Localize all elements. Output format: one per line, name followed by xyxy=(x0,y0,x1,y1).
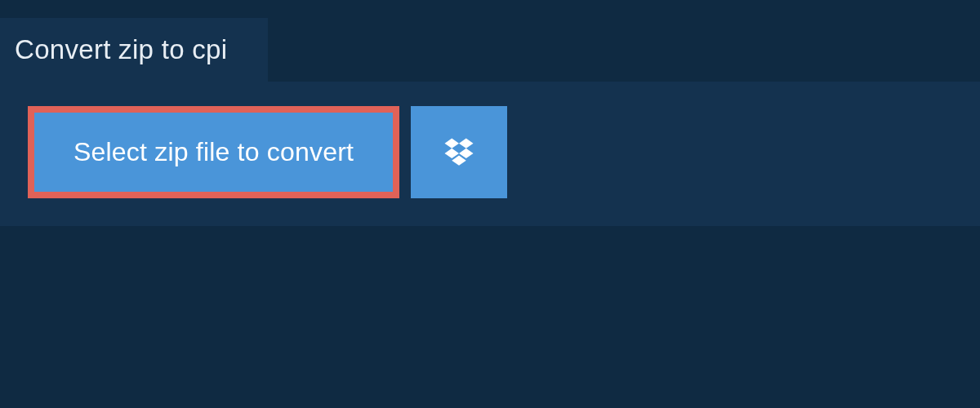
dropbox-button[interactable] xyxy=(411,106,507,198)
button-row: Select zip file to convert xyxy=(28,106,952,198)
tab-bar: Convert zip to cpi xyxy=(0,0,980,82)
converter-panel: Select zip file to convert xyxy=(0,82,980,226)
tab-title: Convert zip to cpi xyxy=(15,34,227,64)
select-file-button[interactable]: Select zip file to convert xyxy=(34,113,393,192)
tab-convert[interactable]: Convert zip to cpi xyxy=(0,18,268,82)
select-file-highlight: Select zip file to convert xyxy=(28,106,399,198)
select-file-label: Select zip file to convert xyxy=(74,137,354,166)
dropbox-icon xyxy=(442,135,476,170)
